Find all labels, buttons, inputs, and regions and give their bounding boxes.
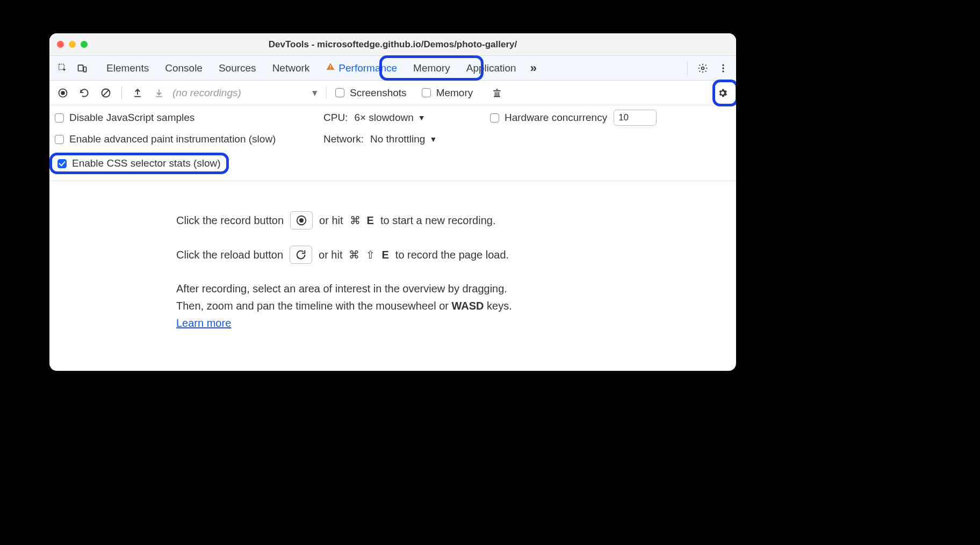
checkbox-icon xyxy=(422,88,431,97)
cmd-symbol: ⌘ xyxy=(350,214,361,227)
dropdown-arrow-icon: ▼ xyxy=(429,135,437,144)
checkbox-label: Screenshots xyxy=(350,87,407,99)
hardware-concurrency-group: Hardware concurrency xyxy=(490,110,731,126)
svg-point-6 xyxy=(722,64,724,66)
checkbox-icon xyxy=(57,159,67,168)
network-throttling-dropdown[interactable]: Network: No throttling ▼ xyxy=(323,133,538,145)
cpu-throttling-dropdown[interactable]: CPU: 6× slowdown ▼ xyxy=(323,112,490,124)
tab-label: Console xyxy=(165,62,203,74)
para-text: Then, zoom and pan the timeline with the… xyxy=(176,300,452,312)
hint-text: to start a new recording. xyxy=(380,214,496,227)
hardware-concurrency-checkbox[interactable]: Hardware concurrency xyxy=(490,112,607,124)
checkbox-label: Disable JavaScript samples xyxy=(69,112,194,124)
reload-button-inline[interactable] xyxy=(290,246,312,264)
hint-text: Click the record button xyxy=(176,214,284,227)
capture-settings-gear-icon[interactable] xyxy=(715,85,731,101)
record-button-inline[interactable] xyxy=(290,211,313,230)
network-label: Network: xyxy=(323,133,364,145)
checkbox-label: Enable advanced paint instrumentation (s… xyxy=(69,133,276,145)
hint-text: to record the page load. xyxy=(395,249,509,261)
clear-button[interactable] xyxy=(98,85,114,101)
cpu-value: 6× slowdown xyxy=(354,112,413,124)
tab-sources[interactable]: Sources xyxy=(211,56,264,81)
css-selector-stats-checkbox[interactable]: Enable CSS selector stats (slow) xyxy=(57,157,221,169)
tab-elements[interactable]: Elements xyxy=(99,56,156,81)
checkbox-label: Memory xyxy=(436,87,473,99)
tab-memory[interactable]: Memory xyxy=(406,56,458,81)
performance-toolbar: (no recordings) ▾ Screenshots Memory xyxy=(49,81,736,105)
devtools-window: DevTools - microsoftedge.github.io/Demos… xyxy=(49,33,736,371)
disable-js-samples-checkbox[interactable]: Disable JavaScript samples xyxy=(55,112,323,124)
titlebar: DevTools - microsoftedge.github.io/Demos… xyxy=(49,33,736,56)
minimize-window-button[interactable] xyxy=(69,41,76,48)
tabbar: Elements Console Sources Network Perform… xyxy=(49,56,736,81)
annotation-highlight: Enable CSS selector stats (slow) xyxy=(49,153,229,174)
checkbox-icon xyxy=(335,88,344,97)
svg-point-5 xyxy=(702,67,704,69)
checkbox-label: Enable CSS selector stats (slow) xyxy=(72,157,221,169)
record-button[interactable] xyxy=(55,85,71,101)
svg-rect-4 xyxy=(330,68,332,69)
learn-more-link[interactable]: Learn more xyxy=(176,317,231,329)
hint-text: or hit xyxy=(319,214,343,227)
recordings-placeholder: (no recordings) xyxy=(172,87,241,99)
svg-point-8 xyxy=(722,70,724,72)
svg-point-14 xyxy=(299,218,304,223)
tab-label: Network xyxy=(272,62,310,74)
traffic-lights xyxy=(57,41,88,48)
hint-text: Click the reload button xyxy=(176,249,283,261)
reload-record-button[interactable] xyxy=(76,85,92,101)
svg-rect-2 xyxy=(84,67,87,71)
hint-record: Click the record button or hit ⌘ E to st… xyxy=(176,211,715,230)
svg-rect-1 xyxy=(78,65,83,71)
window-title: DevTools - microsoftedge.github.io/Demos… xyxy=(49,39,736,50)
dropdown-arrow-icon: ▼ xyxy=(418,113,426,122)
hardware-concurrency-input[interactable] xyxy=(614,110,657,126)
network-value: No throttling xyxy=(370,133,425,145)
svg-rect-3 xyxy=(330,66,332,68)
close-window-button[interactable] xyxy=(57,41,64,48)
para-text: After recording, select an area of inter… xyxy=(176,283,507,295)
device-toolbar-icon[interactable] xyxy=(73,59,91,77)
settings-gear-icon[interactable] xyxy=(694,60,711,77)
download-profile-button[interactable] xyxy=(151,85,167,101)
shift-symbol: ⇧ xyxy=(366,248,375,261)
upload-profile-button[interactable] xyxy=(129,85,146,101)
tab-application[interactable]: Application xyxy=(459,56,524,81)
hint-paragraph: After recording, select an area of inter… xyxy=(176,280,595,332)
dropdown-arrow-icon: ▾ xyxy=(312,87,318,99)
tab-network[interactable]: Network xyxy=(265,56,318,81)
screenshots-checkbox[interactable]: Screenshots xyxy=(335,87,407,99)
hint-reload: Click the reload button or hit ⌘ ⇧ E to … xyxy=(176,246,715,264)
warning-icon xyxy=(326,62,335,74)
cpu-label: CPU: xyxy=(323,112,348,124)
recordings-dropdown[interactable]: (no recordings) ▾ xyxy=(172,87,318,99)
capture-settings-panel: Disable JavaScript samples CPU: 6× slowd… xyxy=(49,105,736,181)
key-e: E xyxy=(381,249,388,261)
tab-label: Elements xyxy=(106,62,149,74)
tab-label: Application xyxy=(466,62,516,74)
cmd-symbol: ⌘ xyxy=(349,248,359,261)
svg-point-7 xyxy=(722,67,724,69)
para-text: keys. xyxy=(484,300,512,312)
performance-empty-state: Click the record button or hit ⌘ E to st… xyxy=(49,181,736,348)
inspect-element-icon[interactable] xyxy=(54,59,72,77)
checkbox-icon xyxy=(55,113,64,123)
memory-checkbox[interactable]: Memory xyxy=(422,87,473,99)
more-tabs-button[interactable]: » xyxy=(525,61,542,75)
tab-console[interactable]: Console xyxy=(157,56,210,81)
svg-line-12 xyxy=(103,90,109,96)
wasd-text: WASD xyxy=(452,300,484,312)
tab-performance[interactable]: Performance xyxy=(318,56,405,81)
svg-point-10 xyxy=(61,91,65,95)
kebab-menu-icon[interactable] xyxy=(715,60,732,77)
advanced-paint-checkbox[interactable]: Enable advanced paint instrumentation (s… xyxy=(55,133,323,145)
hint-text: or hit xyxy=(319,249,342,261)
tab-label: Sources xyxy=(219,62,256,74)
checkbox-icon xyxy=(490,113,499,123)
collect-garbage-button[interactable] xyxy=(489,85,505,101)
checkbox-icon xyxy=(55,135,64,144)
zoom-window-button[interactable] xyxy=(81,41,88,48)
tab-label: Performance xyxy=(338,62,397,74)
checkbox-label: Hardware concurrency xyxy=(505,112,607,124)
